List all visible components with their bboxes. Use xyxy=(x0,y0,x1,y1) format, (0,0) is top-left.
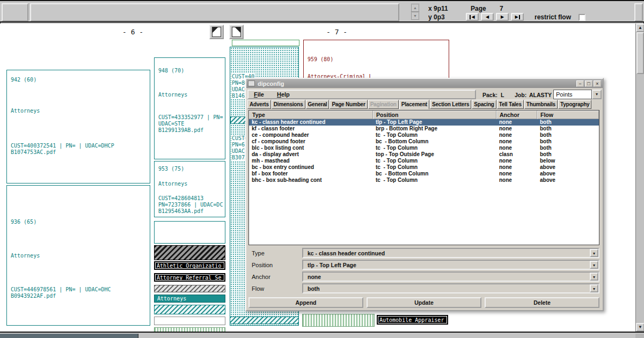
heading-attorneys[interactable]: Attorneys xyxy=(154,295,225,303)
table-row[interactable]: mh - mastheadtc - Top Columnnonebelow xyxy=(249,158,599,164)
chevron-down-icon[interactable]: ▼ xyxy=(590,249,598,257)
table-header-row: TypePositionAnchorFlow xyxy=(249,111,599,119)
spinner-up-icon[interactable]: ▲ xyxy=(411,4,419,12)
tab-spacing[interactable]: Spacing xyxy=(472,100,496,109)
table-cell: above xyxy=(537,171,599,177)
layout-canvas[interactable]: - 6 - - 7 - 942 (60) Attorneys CUST=4003… xyxy=(0,24,635,332)
ad-box-953[interactable]: 953 (75) Attorneys CUST=428604813 PN=723… xyxy=(154,161,225,217)
table-row[interactable]: bhc - box sub-heading conttc - Top Colum… xyxy=(249,177,599,183)
chevron-down-icon[interactable]: ▼ xyxy=(590,261,598,269)
top-toolbar: ▲ ▼ x 9p11 y 0p3 Page 7 ◀ ◀ ▶ ▶ xyxy=(0,0,644,23)
table-cell: none xyxy=(496,145,537,151)
prev-triangle-icon: ◀ xyxy=(486,14,489,19)
maximize-icon[interactable]: □ xyxy=(585,80,592,87)
flow-combo[interactable]: both▼ xyxy=(302,283,599,293)
column-header-type[interactable]: Type xyxy=(249,111,373,119)
tab-pagination[interactable]: Pagination xyxy=(368,100,399,109)
dialog-titlebar[interactable]: dipconfig − □ × xyxy=(246,79,603,88)
table-row[interactable]: kf - classn footerbrp - Bottom Right Pag… xyxy=(249,126,599,132)
dialog-button-row: AppendUpdateDelete xyxy=(248,297,599,308)
position-value: tlp - Top Left Page xyxy=(303,262,590,268)
table-cell: none xyxy=(496,177,537,183)
menu-file[interactable]: File xyxy=(254,91,264,98)
first-page-button[interactable]: ◀ xyxy=(466,13,479,21)
scroll-up-icon[interactable]: ▲ xyxy=(636,24,644,32)
table-row[interactable]: bf - box footerbc - Bottom Columnnoneabo… xyxy=(249,171,599,177)
chevron-down-icon[interactable]: ▼ xyxy=(590,273,598,281)
minimize-icon[interactable]: − xyxy=(576,80,584,87)
chevron-down-icon[interactable]: ▼ xyxy=(592,90,602,99)
tab-dimensions[interactable]: Dimensions xyxy=(272,100,305,109)
next-triangle-icon: ▶ xyxy=(501,14,504,19)
ad-cust-line: CUST=400372541 | PN= | UDAC=DHCP xyxy=(11,143,114,149)
empty-ad-box[interactable] xyxy=(154,221,225,244)
anchor-combo[interactable]: none▼ xyxy=(302,271,599,282)
tab-tell-tales[interactable]: Tell Tales xyxy=(497,100,524,109)
fragment-line: UDAC xyxy=(231,148,245,155)
horizontal-scrollbar[interactable] xyxy=(0,332,644,338)
heading-automobile-appraiser[interactable]: Automobile Appraiser xyxy=(377,315,448,325)
menu-help[interactable]: Help xyxy=(277,91,290,98)
units-value[interactable]: Points xyxy=(553,90,592,99)
ad-cust-line: UDAC=STE xyxy=(158,121,184,127)
table-cell: clasn xyxy=(496,151,537,158)
horizontal-scroll-thumb[interactable] xyxy=(0,334,138,338)
column-header-flow[interactable]: Flow xyxy=(537,111,599,119)
coordinate-y-label: y 0p3 xyxy=(428,13,448,21)
ad-box-936[interactable]: 936 (65) Attorneys CUST=446978561 | PN= … xyxy=(6,185,150,326)
anchor-value: none xyxy=(303,274,590,280)
tab-adverts[interactable]: Adverts xyxy=(247,100,271,109)
tab-general[interactable]: General xyxy=(306,100,330,109)
tab-thumbnails[interactable]: Thumbnails xyxy=(524,100,558,109)
previous-page-button[interactable]: ◀ xyxy=(481,13,494,21)
page-flip-forward-button[interactable] xyxy=(229,25,244,39)
tab-typography[interactable]: Typography xyxy=(558,100,592,109)
table-row[interactable]: bc - box entry continuedtc - Top Columnn… xyxy=(249,164,599,171)
chevron-down-icon[interactable]: ▼ xyxy=(590,284,598,292)
form-row-type: Typekc - classn header continued▼ xyxy=(248,248,599,259)
heading-athletic-organization[interactable]: Athletic Organizatio xyxy=(154,261,225,270)
ad-box-948[interactable]: 948 (70) Attorneys CUST=433352977 | PN= … xyxy=(154,57,225,159)
table-row[interactable]: kc - classn header continuedtlp - Top Le… xyxy=(249,119,599,126)
table-row[interactable]: ce - compound headertc - Top Columnnoneb… xyxy=(249,132,599,138)
type-combo[interactable]: kc - classn header continued▼ xyxy=(302,248,599,258)
ad-box-942[interactable]: 942 (60) Attorneys CUST=400372541 | PN= … xyxy=(6,70,150,183)
delete-button[interactable]: Delete xyxy=(485,297,599,308)
column-header-anchor[interactable]: Anchor xyxy=(496,111,537,119)
position-combo[interactable]: tlp - Top Left Page▼ xyxy=(302,260,599,270)
table-row[interactable]: da - display adverttop - Top Outside Pag… xyxy=(249,151,599,158)
next-page-button[interactable]: ▶ xyxy=(496,13,509,21)
ad-category: Attorneys xyxy=(158,181,187,187)
dipconfig-dialog: dipconfig − □ × File Help Pack: L Job: A… xyxy=(245,78,604,311)
last-page-button[interactable]: ▶ xyxy=(511,13,524,21)
column-header-position[interactable]: Position xyxy=(373,111,496,119)
ad-id: 959 (80) xyxy=(308,56,333,62)
tab-page-number[interactable]: Page Number xyxy=(330,100,367,109)
scroll-down-icon[interactable]: ▼ xyxy=(636,323,644,332)
table-cell: none xyxy=(496,158,537,164)
cursor-coordinates: x 9p11 y 0p3 xyxy=(428,4,448,21)
tab-section-letters[interactable]: Section Letters xyxy=(430,100,471,109)
job-value: ALASTY xyxy=(529,92,552,98)
tab-placement[interactable]: Placement xyxy=(399,100,429,109)
page-flip-back-button[interactable] xyxy=(209,25,224,39)
table-cell: bf - box footer xyxy=(249,171,373,177)
app-window: ▲ ▼ x 9p11 y 0p3 Page 7 ◀ ◀ ▶ ▶ xyxy=(0,0,644,338)
ad-cust-line: CUST=446978561 | PN= | UDAC=DHC xyxy=(11,286,111,292)
heading-attorney-referral[interactable]: Attorney Referral Se xyxy=(154,273,225,282)
update-button[interactable]: Update xyxy=(367,297,481,308)
placement-table[interactable]: TypePositionAnchorFlow kc - classn heade… xyxy=(248,110,599,245)
table-row[interactable]: blc - box listing conttc - Top Columnnon… xyxy=(249,145,599,151)
close-icon[interactable]: × xyxy=(594,80,601,87)
table-row[interactable]: cf - compound footerbc - Bottom Columnno… xyxy=(249,138,599,145)
spinner-down-icon[interactable]: ▼ xyxy=(411,12,419,20)
units-combo[interactable]: Points ▼ xyxy=(553,90,602,99)
ad-id: 936 (65) xyxy=(11,219,36,225)
page-flip-back-icon xyxy=(212,27,221,37)
vertical-scroll-thumb[interactable] xyxy=(636,32,644,74)
restrict-flow-checkbox[interactable] xyxy=(579,14,586,21)
append-button[interactable]: Append xyxy=(248,297,363,308)
table-cell: none xyxy=(496,126,537,132)
vertical-scrollbar[interactable]: ▲ ▼ xyxy=(635,24,644,332)
ad-category: Attorneys xyxy=(11,108,40,114)
